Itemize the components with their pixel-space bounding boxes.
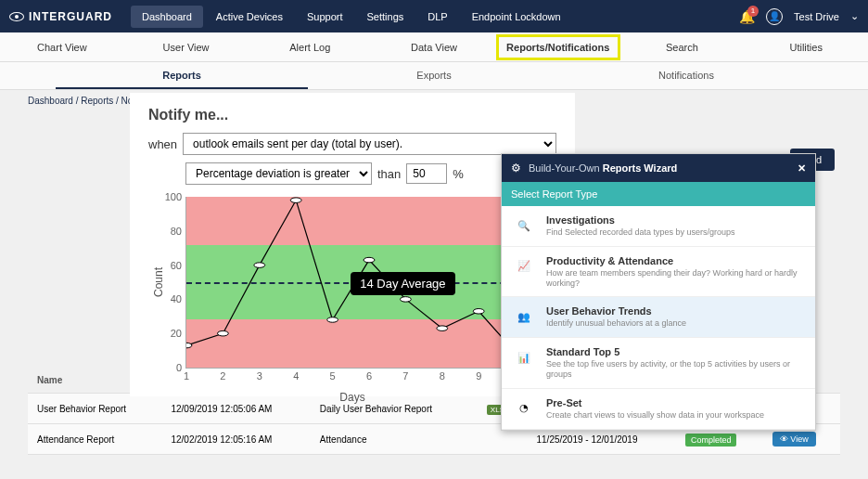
topbar-right: 🔔 1 👤 Test Drive ⌄ [739, 8, 859, 25]
investigations-icon: 🔍 [511, 214, 537, 237]
cell-when: 12/09/2019 12:05:06 AM [161, 394, 310, 424]
user-name[interactable]: Test Drive [794, 11, 839, 22]
subnav-data-view[interactable]: Data View [372, 34, 496, 60]
svg-point-7 [437, 326, 448, 331]
preset-icon: ◔ [511, 397, 537, 420]
sub-nav: Chart View User View Alert Log Data View… [0, 32, 868, 62]
svg-point-2 [254, 263, 265, 268]
status-badge: Completed [685, 434, 737, 447]
main-nav: Dashboard Active Devices Support Setting… [131, 6, 572, 28]
tabs: Reports Exports Notifications [0, 62, 868, 90]
svg-point-5 [364, 257, 375, 263]
nav-support[interactable]: Support [296, 6, 354, 28]
wizard-header: ⚙ Build-Your-Own Reports Wizard ✕ [502, 154, 815, 182]
pct-label: % [453, 167, 464, 181]
svg-point-4 [327, 317, 338, 323]
wizard-item-preset[interactable]: ◔ Pre-SetCreate chart views to visually … [502, 389, 815, 430]
view-button[interactable]: 👁 View [772, 432, 816, 447]
svg-point-3 [290, 198, 301, 203]
svg-point-6 [400, 297, 411, 303]
notifications-bell-icon[interactable]: 🔔 1 [739, 9, 755, 24]
than-label: than [377, 167, 401, 181]
notify-title: Notify me... [148, 107, 556, 123]
nav-endpoint-lockdown[interactable]: Endpoint Lockdown [461, 6, 572, 28]
subnav-chart-view[interactable]: Chart View [0, 34, 124, 60]
top5-icon: 📊 [511, 346, 537, 369]
nav-dashboard[interactable]: Dashboard [131, 6, 203, 28]
brand-logo: INTERGUARD [9, 10, 112, 23]
svg-point-1 [217, 330, 228, 336]
reports-wizard: ⚙ Build-Your-Own Reports Wizard ✕ Select… [501, 153, 816, 431]
subnav-user-view[interactable]: User View [124, 34, 249, 60]
rule-select[interactable]: Percentage deviation is greater [185, 162, 372, 185]
metric-select[interactable]: outlook emails sent per day (total by us… [183, 133, 556, 155]
brand-text: INTERGUARD [29, 10, 112, 23]
svg-point-8 [473, 309, 484, 315]
chart-plot: 14 Day Average 020406080100 123456789101… [185, 197, 552, 369]
subnav-utilities[interactable]: Utilities [744, 34, 868, 60]
productivity-icon: 📈 [511, 255, 537, 278]
topbar: INTERGUARD Dashboard Active Devices Supp… [0, 0, 868, 32]
nav-settings[interactable]: Settings [356, 6, 415, 28]
user-behavior-icon: 👥 [511, 305, 537, 328]
cell-name: User Behavior Report [28, 394, 161, 424]
wizard-item-top5[interactable]: 📊 Standard Top 5See the top five users b… [502, 338, 815, 389]
subnav-alert-log[interactable]: Alert Log [248, 34, 372, 60]
tab-reports[interactable]: Reports [56, 62, 308, 89]
wizard-item-user-behavior[interactable]: 👥 User Behavior TrendsIdentify unusual b… [502, 297, 815, 338]
threshold-input[interactable] [406, 163, 447, 184]
chevron-down-icon[interactable]: ⌄ [850, 10, 859, 22]
tab-notifications[interactable]: Notifications [560, 62, 812, 89]
wizard-item-investigations[interactable]: 🔍 InvestigationsFind Selected recorded d… [502, 206, 815, 247]
cell-name: Attendance Report [28, 424, 161, 455]
subnav-reports-notifications[interactable]: Reports/Notifications [496, 34, 620, 60]
average-label: 14 Day Average [351, 272, 454, 295]
nav-active-devices[interactable]: Active Devices [205, 6, 294, 28]
cell-when: 12/02/2019 12:05:16 AM [161, 424, 310, 455]
wizard-item-productivity[interactable]: 📈 Productivity & AttendanceHow are team … [502, 247, 815, 298]
threshold-chart: Count 14 Day Average 020406080100 123456… [148, 192, 556, 387]
x-axis-label: Days [339, 391, 364, 404]
wizard-title-a: Build-Your-Own [529, 162, 603, 174]
nav-dlp[interactable]: DLP [416, 6, 458, 28]
eye-icon [9, 12, 24, 21]
notification-badge: 1 [747, 6, 759, 17]
cell-type: Daily User Behavior Report [311, 394, 478, 424]
wizard-subheader: Select Report Type [502, 182, 815, 206]
y-axis-label: Count [152, 267, 165, 297]
when-label: when [148, 137, 177, 151]
svg-point-0 [186, 343, 192, 348]
close-icon[interactable]: ✕ [798, 162, 806, 175]
gear-icon: ⚙ [511, 162, 521, 175]
cell-type: Attendance [311, 424, 478, 455]
user-avatar-icon[interactable]: 👤 [766, 8, 783, 25]
wizard-title-b: Reports Wizard [603, 162, 678, 174]
subnav-search[interactable]: Search [620, 34, 745, 60]
tab-exports[interactable]: Exports [308, 62, 560, 89]
